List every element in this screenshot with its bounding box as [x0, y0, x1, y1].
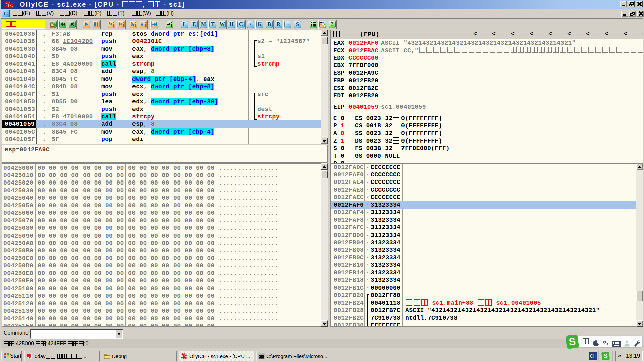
- svg-text:C:\: C:\: [259, 355, 264, 358]
